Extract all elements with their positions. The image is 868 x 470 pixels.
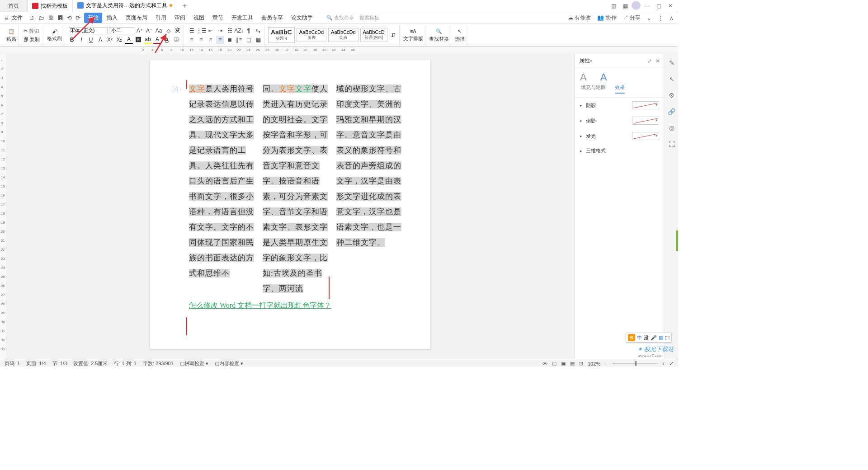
menu-reference[interactable]: 引用 [152, 13, 170, 23]
status-setting[interactable]: 设置值: 2.5厘米 [73, 360, 108, 367]
apps-icon[interactable]: ▦ [620, 1, 631, 11]
save-icon[interactable]: 🖪 [57, 14, 63, 21]
collaborate[interactable]: 👥 协作 [597, 14, 616, 22]
open-icon[interactable]: 🗁 [38, 14, 44, 21]
view-web-icon[interactable]: ▣ [561, 361, 566, 367]
tab-settings-icon[interactable]: ⇆ [254, 27, 262, 35]
status-position[interactable]: 行: 1 列: 1 [114, 360, 137, 367]
circle-char-icon[interactable]: ㊤ [172, 36, 180, 44]
chevron-down-icon[interactable]: ⌄ [647, 15, 651, 21]
phonetic-icon[interactable]: 変 [174, 27, 182, 35]
bold-button[interactable]: B [68, 36, 76, 44]
avatar[interactable] [632, 1, 641, 10]
layout-icon[interactable]: ▥ [608, 1, 619, 11]
status-section[interactable]: 节: 1/3 [52, 360, 67, 367]
align-right-icon[interactable]: ≡ [207, 36, 215, 44]
shading-icon[interactable]: ▢ [245, 36, 253, 44]
font-color2-button[interactable]: A [153, 36, 161, 44]
file-menu[interactable]: 文件 [9, 14, 25, 22]
minimize-button[interactable]: — [642, 1, 652, 11]
menu-insert[interactable]: 插入 [103, 13, 121, 23]
ruler-vertical[interactable]: 1234567891011121314151617181920212223242… [0, 54, 6, 359]
ime-mic-icon[interactable]: 🎤 [651, 335, 657, 341]
superscript-button[interactable]: X² [106, 36, 114, 44]
prop-3d[interactable]: ▸三维格式 [575, 144, 665, 158]
view-mode-icon[interactable]: 👁 [542, 361, 547, 367]
close-button[interactable]: ✕ [665, 1, 676, 11]
align-justify-icon[interactable]: ≡ [216, 36, 224, 44]
ime-toolbar[interactable]: S 中 漫 🎤 ▦ ⬚ [626, 333, 672, 343]
styles-more-icon[interactable]: ⇵ [389, 31, 397, 39]
fill-opts-icon[interactable]: ☷ [226, 27, 234, 35]
close-panel-icon[interactable]: ✕ [656, 58, 660, 64]
shrink-font-icon[interactable]: A⁻ [145, 27, 153, 35]
format-brush[interactable]: 🖌 [51, 28, 58, 34]
document-canvas[interactable]: 📄 · 文字是人类用符号记录表达信息以传之久远的方式和工具。现代文字大多是记录语… [6, 54, 574, 359]
subscript-button[interactable]: X₂ [115, 36, 123, 44]
prop-shadow[interactable]: ▸阴影▾ [575, 98, 665, 113]
align-left-icon[interactable]: ≡ [188, 36, 196, 44]
text-layout-button[interactable]: ≡A [409, 28, 418, 34]
maximize-button[interactable]: ▢ [653, 1, 664, 11]
style-normal-web[interactable]: AaBbCcD普通(网站) [360, 28, 387, 42]
collapse-ribbon-icon[interactable]: ∧ [670, 15, 674, 21]
italic-button[interactable]: I [77, 36, 85, 44]
glow-preset[interactable]: ▾ [632, 132, 659, 140]
size-select[interactable] [109, 27, 134, 34]
highlight-button[interactable]: ab [144, 36, 152, 44]
column-1[interactable]: 文字是人类用符号记录表达信息以传之久远的方式和工具。现代文字大多是记录语言的工具… [189, 81, 255, 296]
copy-button[interactable]: 🗐 复制 [22, 36, 41, 43]
more-icon[interactable]: ⋮ [658, 15, 663, 21]
location-icon[interactable]: ◎ [668, 124, 676, 132]
fill-outline-tab[interactable]: A [580, 71, 587, 83]
underline-button[interactable]: U [87, 36, 95, 44]
align-distribute-icon[interactable]: ≣ [226, 36, 234, 44]
pin-icon[interactable]: ⤢ [647, 58, 652, 64]
share[interactable]: ↗ 分享 [623, 14, 641, 22]
command-search[interactable]: 🔍 查找命令 [326, 14, 354, 21]
tab-label[interactable]: 填充与轮廓 [581, 84, 606, 94]
links-icon[interactable]: 🔗 [668, 108, 676, 116]
column-2[interactable]: 同。文字文字使人类进入有历史记录的文明社会。文字按字音和字形，可分为表形文字、表… [263, 81, 328, 296]
cut-button[interactable]: ✂ 剪切 [22, 27, 41, 35]
menu-start[interactable]: 开始 [84, 13, 102, 23]
char-shading-icon[interactable]: 🅰 [134, 36, 142, 44]
menu-thesis[interactable]: 论文助手 [288, 13, 316, 23]
find-replace-button[interactable]: 🔍 [434, 28, 443, 35]
sort-icon[interactable]: AZ↓ [235, 27, 243, 35]
new-tab-button[interactable]: + [177, 2, 192, 10]
tab-template[interactable]: 找稻壳模板 [28, 0, 73, 12]
borders-icon[interactable]: ▦ [254, 36, 262, 44]
settings-icon[interactable]: ⚙ [668, 91, 676, 99]
ime-skin-icon[interactable]: ⬚ [665, 335, 670, 341]
numbering-icon[interactable]: ⋮☰ [197, 27, 205, 35]
align-center-icon[interactable]: ≡ [197, 36, 205, 44]
menu-icon[interactable]: ≡ [5, 14, 8, 22]
style-header[interactable]: AaBbCcDd页眉 [328, 28, 358, 42]
status-contentcheck[interactable]: ▢内容检查 ▾ [215, 360, 243, 367]
view-outline-icon[interactable]: ▤ [570, 361, 575, 367]
effects-tab[interactable]: A [600, 71, 607, 83]
clear-format-icon[interactable]: ◇ [164, 27, 172, 35]
indent-inc-icon[interactable]: ⇥ [216, 27, 224, 35]
select-button[interactable]: ↖ [456, 28, 463, 35]
template-search[interactable]: 搜索模板 [359, 14, 379, 21]
tab-label[interactable]: 效果 [615, 84, 625, 94]
status-wordcount[interactable]: 字数: 293/901 [143, 360, 174, 367]
undo-icon[interactable]: ⟲ [67, 14, 72, 21]
tab-document[interactable]: 文字是人类用符…远的方式和工具 [73, 0, 177, 12]
grow-font-icon[interactable]: A⁺ [136, 27, 144, 35]
change-case-icon[interactable]: Aa [155, 27, 163, 35]
shadow-preset[interactable]: ▾ [632, 101, 659, 109]
char-border-icon[interactable]: A̲ [163, 36, 171, 44]
menu-pagelayout[interactable]: 页面布局 [122, 13, 151, 23]
expand-icon[interactable]: ⛶ [668, 140, 676, 148]
style-heading4[interactable]: AaBbC标题 4 [268, 27, 295, 43]
strike-button[interactable]: A [96, 36, 104, 44]
side-handle[interactable] [676, 230, 678, 251]
zoom-slider[interactable] [613, 363, 658, 364]
redo-icon[interactable]: ⟳ [75, 14, 80, 21]
new-icon[interactable]: 🗋 [29, 14, 35, 21]
tab-home[interactable]: 首页 [0, 0, 28, 12]
style-footer[interactable]: AaBbCcDd页脚 [297, 28, 326, 42]
